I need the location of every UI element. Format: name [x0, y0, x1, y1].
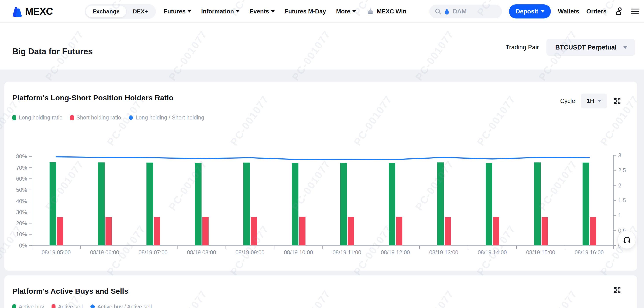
search-box[interactable] [429, 4, 502, 18]
chevron-down-icon [623, 46, 628, 49]
expand-icon [613, 97, 622, 105]
chevron-down-icon [271, 10, 275, 12]
nav-more[interactable]: More [336, 8, 356, 15]
card2-legend: Active buy Active sell Active buy / Acti… [12, 304, 152, 308]
svg-text:3: 3 [618, 152, 621, 158]
chevron-down-icon [188, 10, 191, 12]
toggle-exchange[interactable]: Exchange [86, 5, 126, 17]
svg-text:0%: 0% [19, 243, 27, 249]
mexc-logo-text: MEXC [25, 6, 53, 17]
top-navigation-bar: MEXC Exchange DEX+ Futures Information E… [0, 0, 644, 23]
wallets-link[interactable]: Wallets [558, 8, 579, 15]
svg-text:20%: 20% [16, 220, 27, 226]
page: MEXC Exchange DEX+ Futures Information E… [0, 0, 644, 308]
mexc-logo-icon [12, 5, 23, 17]
token-droplet-icon [444, 8, 450, 15]
svg-text:08/19 10:00: 08/19 10:00 [284, 249, 313, 256]
legend-short-holding-ratio[interactable]: Short holding ratio [70, 114, 121, 121]
nav-mexc-win[interactable]: MEXC Win [366, 7, 406, 16]
red-swatch-icon [52, 304, 56, 308]
svg-text:70%: 70% [16, 165, 27, 171]
card1-title: Platform's Long-Short Position Holders R… [12, 93, 174, 102]
svg-text:80%: 80% [16, 153, 27, 160]
menu-button[interactable] [630, 8, 640, 15]
svg-text:08/19 13:00: 08/19 13:00 [429, 249, 458, 256]
market-toggle: Exchange DEX+ [84, 4, 156, 19]
deposit-button[interactable]: Deposit [509, 4, 551, 18]
fullscreen-button[interactable] [613, 286, 622, 294]
page-title: Big Data for Futures [12, 47, 93, 56]
svg-text:08/19 05:00: 08/19 05:00 [42, 249, 71, 256]
legend-long-short-ratio-line[interactable]: Long holding / Short holding [128, 114, 204, 121]
mexc-logo[interactable]: MEXC [12, 5, 53, 17]
trading-pair-label: Trading Pair [506, 44, 539, 51]
long-short-ratio-chart[interactable]: 0%10%20%30%40%50%60%70%80%00.511.522.530… [0, 145, 644, 260]
cycle-select[interactable]: 1H [581, 93, 607, 108]
svg-text:10%: 10% [16, 231, 27, 237]
fullscreen-button[interactable] [613, 97, 622, 105]
red-swatch-icon [70, 115, 74, 120]
svg-text:1.5: 1.5 [618, 197, 626, 204]
toggle-dex[interactable]: DEX+ [126, 5, 154, 17]
card2-title: Platform's Active Buys and Sells [12, 287, 128, 296]
trading-pair-value: BTCUSDT Perpetual [555, 44, 623, 51]
headset-icon [622, 235, 632, 245]
legend-active-buy[interactable]: Active buy [12, 304, 44, 308]
svg-text:1: 1 [618, 212, 621, 219]
search-input[interactable] [452, 8, 492, 15]
svg-text:08/19 06:00: 08/19 06:00 [90, 249, 119, 256]
chevron-down-icon [541, 10, 544, 12]
main-nav: Futures Information Events Futures M-Day… [164, 7, 406, 16]
cycle-value: 1H [586, 97, 594, 104]
svg-text:08/19 16:00: 08/19 16:00 [574, 249, 604, 256]
nav-events[interactable]: Events [250, 8, 275, 15]
mexc-win-icon [366, 7, 375, 16]
svg-text:08/19 12:00: 08/19 12:00 [381, 249, 410, 256]
trading-pair-row: Trading Pair BTCUSDT Perpetual [506, 39, 635, 56]
support-button[interactable] [618, 231, 636, 249]
green-swatch-icon [12, 304, 16, 308]
account-button[interactable] [614, 6, 623, 16]
chevron-down-icon [352, 10, 356, 12]
expand-icon [613, 286, 622, 294]
chevron-down-icon [236, 10, 240, 12]
svg-text:40%: 40% [16, 198, 27, 204]
svg-text:50%: 50% [16, 187, 27, 193]
nav-futures-m-day[interactable]: Futures M-Day [285, 8, 326, 15]
legend-active-buy-sell-line[interactable]: Active buy / Active sell [90, 304, 152, 308]
card1-legend: Long holding ratio Short holding ratio L… [12, 114, 204, 121]
active-buys-sells-card: Platform's Active Buys and Sells Active … [4, 276, 637, 308]
orders-link[interactable]: Orders [586, 8, 606, 15]
svg-text:08/19 09:00: 08/19 09:00 [236, 249, 264, 256]
chevron-down-icon [598, 100, 602, 102]
svg-text:2: 2 [618, 182, 621, 189]
user-icon [614, 6, 623, 16]
hamburger-icon [630, 8, 640, 15]
search-icon [434, 8, 442, 15]
nav-information[interactable]: Information [201, 8, 240, 15]
blue-diamond-icon [128, 115, 134, 120]
svg-text:08/19 07:00: 08/19 07:00 [138, 249, 168, 256]
trading-pair-select[interactable]: BTCUSDT Perpetual [546, 39, 635, 56]
nav-futures[interactable]: Futures [164, 8, 191, 15]
svg-text:60%: 60% [16, 176, 27, 182]
svg-text:08/19 11:00: 08/19 11:00 [332, 249, 361, 256]
legend-long-holding-ratio[interactable]: Long holding ratio [12, 114, 62, 121]
legend-active-sell[interactable]: Active sell [52, 304, 83, 308]
svg-text:08/19 15:00: 08/19 15:00 [526, 249, 555, 256]
cycle-row: Cycle 1H [560, 93, 622, 108]
svg-text:2.5: 2.5 [618, 167, 626, 173]
svg-text:08/19 14:00: 08/19 14:00 [478, 249, 507, 256]
blue-diamond-icon [90, 304, 95, 308]
svg-text:08/19 08:00: 08/19 08:00 [187, 249, 216, 256]
green-swatch-icon [12, 115, 16, 120]
svg-text:30%: 30% [16, 209, 27, 215]
cycle-label: Cycle [560, 98, 575, 104]
